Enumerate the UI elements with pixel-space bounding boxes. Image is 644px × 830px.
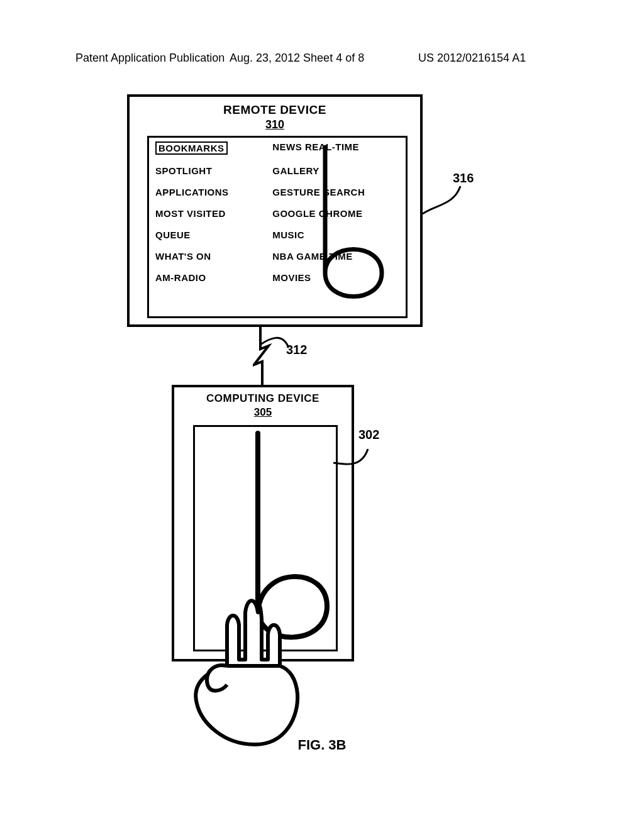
menu-item-mostvisited[interactable]: MOST VISITED [155,208,226,219]
remote-device-ref: 310 [130,118,420,131]
remote-device-box: REMOTE DEVICE 310 BOOKMARKS NEWS REAL-TI… [127,94,423,327]
menu-item-whatson[interactable]: WHAT'S ON [155,251,211,262]
leader-312 [260,326,295,351]
hand-icon [186,590,324,754]
figure-label: FIG. 3B [0,737,644,753]
remote-menu-panel: BOOKMARKS NEWS REAL-TIME SPOTLIGHT GALLE… [147,136,408,318]
remote-device-title: REMOTE DEVICE [130,103,420,117]
leader-302 [333,449,371,480]
computing-device-title: COMPUTING DEVICE [174,392,352,405]
touchscreen[interactable] [193,425,338,651]
callout-302: 302 [358,428,379,442]
leader-316 [423,186,467,214]
menu-item-queue[interactable]: QUEUE [155,230,191,240]
header-date-sheet: Aug. 23, 2012 Sheet 4 of 8 [230,52,364,65]
menu-item-bookmarks[interactable]: BOOKMARKS [155,141,228,155]
menu-item-amradio[interactable]: AM-RADIO [155,272,206,283]
gesture-stroke-remote [287,147,394,311]
callout-316: 316 [453,171,474,185]
header-publication: Patent Application Publication [75,52,225,65]
computing-device-box: COMPUTING DEVICE 305 [172,385,354,661]
computing-device-ref: 305 [174,406,352,419]
header-pubnum: US 2012/0216154 A1 [418,52,526,65]
menu-item-applications[interactable]: APPLICATIONS [155,187,229,197]
menu-item-spotlight[interactable]: SPOTLIGHT [155,165,212,176]
